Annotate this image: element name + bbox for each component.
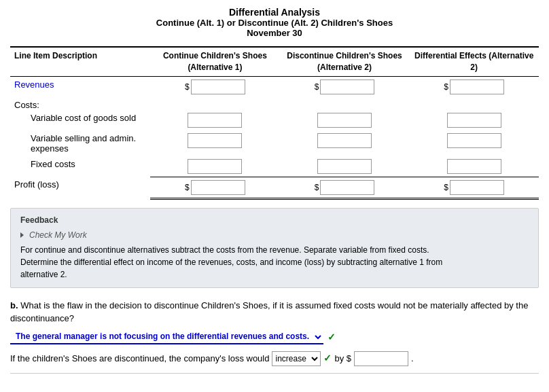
part-b-question: b. What is the flaw in the decision to d… — [10, 299, 539, 325]
report-title-line2: Continue (Alt. 1) or Discontinue (Alt. 2… — [10, 18, 539, 28]
loss-check-icon: ✓ — [323, 351, 332, 366]
table-row-revenues: Revenues $ $ $ — [10, 76, 539, 97]
label-revenues: Revenues — [10, 76, 150, 97]
input-vcogs-alt2[interactable] — [317, 113, 372, 128]
cell-costs-alt1-empty — [150, 97, 280, 110]
check-my-work-label: Check My Work — [20, 230, 529, 240]
part-b-section: b. What is the flaw in the decision to d… — [10, 299, 539, 366]
feedback-box: Feedback Check My Work For continue and … — [10, 208, 539, 288]
cell-costs-alt2-empty — [280, 97, 410, 110]
dollar-revenues-alt2: $ — [315, 82, 319, 92]
input-profit-alt2[interactable] — [320, 180, 374, 195]
cell-vcogs-alt1 — [150, 110, 280, 130]
dollar-profit-alt2: $ — [315, 183, 319, 192]
report-title-line3: November 30 — [10, 28, 539, 38]
differential-analysis-table: Line Item Description Continue Children'… — [10, 46, 539, 200]
col-header-description: Line Item Description — [10, 47, 150, 76]
cell-fixed-diff — [409, 156, 539, 177]
col-header-alt1: Continue Children's Shoes (Alternative 1… — [150, 47, 280, 76]
line2-prefix: If the children's Shoes are discontinued… — [10, 352, 269, 366]
cell-vselling-diff — [409, 130, 539, 156]
table-row-variable-cogs: Variable cost of goods sold — [10, 110, 539, 130]
cell-vselling-alt1 — [150, 130, 280, 156]
table-row-profit: Profit (loss) $ $ $ — [10, 177, 539, 198]
input-fixed-diff[interactable] — [447, 159, 501, 174]
input-revenues-diff[interactable] — [450, 79, 504, 94]
input-vselling-alt2[interactable] — [317, 133, 372, 148]
input-revenues-alt2[interactable] — [320, 79, 374, 94]
bottom-divider — [10, 373, 539, 374]
feedback-text: For continue and discontinue alternative… — [20, 244, 529, 281]
cell-fixed-alt2 — [280, 156, 410, 177]
cell-profit-diff: $ — [409, 177, 539, 198]
input-vcogs-diff[interactable] — [447, 113, 501, 128]
report-title-line1: Differential Analysis — [10, 7, 539, 18]
loss-direction-dropdown[interactable]: increase decrease — [272, 351, 321, 366]
input-fixed-alt1[interactable] — [188, 159, 242, 174]
cell-profit-alt1: $ — [150, 177, 280, 198]
by-dollar-label: by $ — [334, 352, 351, 366]
label-profit: Profit (loss) — [10, 177, 150, 198]
cell-costs-diff-empty — [409, 97, 539, 110]
cell-revenues-alt2: $ — [280, 76, 410, 97]
label-fixed-costs: Fixed costs — [10, 156, 150, 177]
cell-revenues-diff: $ — [409, 76, 539, 97]
label-variable-cogs: Variable cost of goods sold — [10, 110, 150, 130]
cell-revenues-alt1: $ — [150, 76, 280, 97]
report-header: Differential Analysis Continue (Alt. 1) … — [10, 7, 539, 38]
part-b-answer-dropdown[interactable]: The general manager is not focusing on t… — [10, 329, 323, 344]
dollar-profit-diff: $ — [444, 183, 448, 192]
input-profit-alt1[interactable] — [191, 180, 245, 195]
input-vselling-diff[interactable] — [447, 133, 501, 148]
feedback-title: Feedback — [20, 215, 529, 225]
col-header-diff: Differential Effects (Alternative 2) — [409, 47, 539, 76]
input-profit-diff[interactable] — [450, 180, 504, 195]
input-vselling-alt1[interactable] — [188, 133, 242, 148]
dollar-profit-alt1: $ — [185, 183, 190, 192]
label-costs: Costs: — [10, 97, 150, 110]
cell-vcogs-alt2 — [280, 110, 410, 130]
part-b-answer-row: The general manager is not focusing on t… — [10, 329, 539, 344]
part-b-question-text: What is the flaw in the decision to disc… — [10, 300, 528, 324]
table-row-variable-selling: Variable selling and admin. expenses — [10, 130, 539, 156]
input-revenues-alt1[interactable] — [191, 79, 245, 94]
label-variable-selling: Variable selling and admin. expenses — [10, 130, 150, 156]
input-vcogs-alt1[interactable] — [188, 113, 242, 128]
part-b-label: b. — [10, 300, 18, 310]
cell-vselling-alt2 — [280, 130, 410, 156]
table-row-fixed-costs: Fixed costs — [10, 156, 539, 177]
check-arrow-icon — [20, 232, 24, 238]
answer-check-icon: ✓ — [327, 332, 336, 342]
dollar-revenues-diff: $ — [444, 82, 448, 92]
col-header-alt2: Discontinue Children's Shoes (Alternativ… — [280, 47, 410, 76]
table-row-costs-header: Costs: — [10, 97, 539, 110]
cell-fixed-alt1 — [150, 156, 280, 177]
cell-profit-alt2: $ — [280, 177, 410, 198]
part-b-line2: If the children's Shoes are discontinued… — [10, 351, 539, 366]
cell-vcogs-diff — [409, 110, 539, 130]
input-fixed-alt2[interactable] — [317, 159, 372, 174]
dollar-revenues-alt1: $ — [185, 82, 190, 92]
loss-amount-input[interactable] — [354, 351, 408, 366]
period: . — [411, 352, 414, 366]
